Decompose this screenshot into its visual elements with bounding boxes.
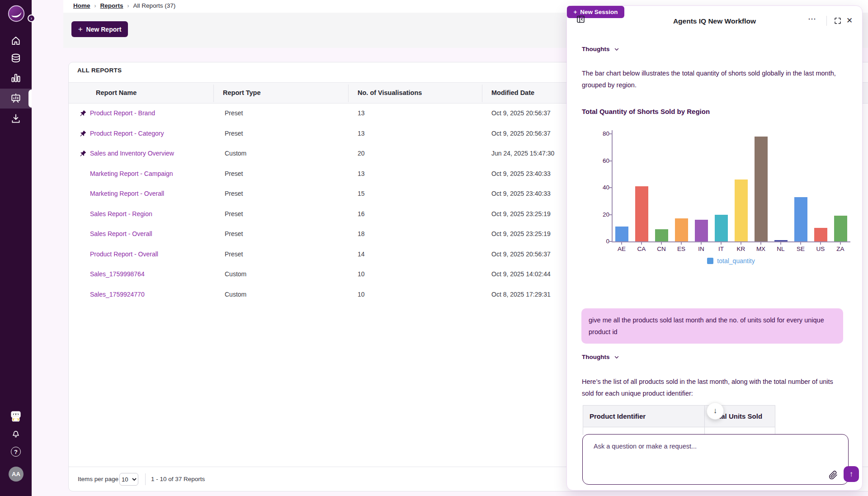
x-tick xyxy=(661,242,662,245)
report-visualisations-cell: 13 xyxy=(358,170,365,177)
x-tick xyxy=(681,242,682,245)
report-name-link[interactable]: Sales Report - Overall xyxy=(90,230,152,237)
report-modified-cell: Oct 9, 2025 20:56:37 xyxy=(491,130,551,137)
x-tick-label: AE xyxy=(612,246,632,252)
breadcrumb-reports-link[interactable]: Reports xyxy=(100,2,123,9)
report-visualisations-cell: 15 xyxy=(358,190,365,197)
agents-iq-panel: + New Session Agents IQ New Workflow ⋯ ✕… xyxy=(566,5,863,491)
breadcrumb-separator-icon: › xyxy=(94,3,96,9)
report-modified-cell: Oct 9, 2025 20:56:37 xyxy=(491,109,551,117)
x-tick xyxy=(701,242,702,245)
report-name-link[interactable]: Product Report - Category xyxy=(90,130,164,137)
report-visualisations-cell: 13 xyxy=(358,109,365,117)
home-icon xyxy=(10,35,22,47)
report-modified-cell: Oct 9, 2025 23:40:33 xyxy=(491,190,551,197)
items-per-page-label: Items per page xyxy=(78,476,118,482)
report-type-cell: Preset xyxy=(225,109,243,117)
report-name-link[interactable]: Marketing Report - Overall xyxy=(90,190,164,197)
y-tick-label: 40 xyxy=(594,184,609,191)
report-name-link[interactable]: Sales_1759924770 xyxy=(90,291,145,298)
x-tick-label: ZA xyxy=(830,246,850,252)
report-name-link[interactable]: Sales_1759998764 xyxy=(90,270,145,278)
report-type-cell: Custom xyxy=(225,150,246,157)
bar-IN xyxy=(695,220,708,241)
col-header-modified-date: Modified Date xyxy=(491,89,534,96)
more-options-button[interactable]: ⋯ xyxy=(808,14,816,24)
report-visualisations-cell: 10 xyxy=(358,270,365,278)
sidebar-item-reports[interactable] xyxy=(0,89,32,109)
sidebar-expand-button[interactable]: › xyxy=(28,14,35,22)
breadcrumb-home-link[interactable]: Home xyxy=(73,2,90,9)
legend-label: total_quantity xyxy=(717,257,755,265)
new-report-label: New Report xyxy=(86,26,122,33)
thoughts-label: Thoughts xyxy=(582,46,609,52)
col-header-visualisations: No. of Visualisations xyxy=(358,89,422,96)
report-name-link[interactable]: Sales Report - Region xyxy=(90,210,152,217)
send-message-button[interactable]: ↑ xyxy=(844,466,859,482)
panel-title: Agents IQ New Workflow xyxy=(567,17,862,25)
pin-icon xyxy=(80,150,86,159)
header-divider xyxy=(482,85,482,102)
sidebar-item-help[interactable]: ? xyxy=(11,447,21,457)
bar-KR xyxy=(735,180,748,241)
assistant-answer-text: Here’s the list of all products sold in … xyxy=(582,376,844,399)
x-tick-label: IN xyxy=(691,246,711,252)
scroll-to-bottom-button[interactable]: ↓ xyxy=(707,402,724,420)
pagination-divider xyxy=(145,473,146,485)
chat-input-box: ↑ xyxy=(582,434,849,485)
expand-panel-icon xyxy=(834,17,842,25)
sidebar-item-analytics[interactable] xyxy=(0,68,32,88)
assistant-robot-icon xyxy=(9,410,22,422)
reports-presentation-icon xyxy=(10,93,22,104)
plus-icon: + xyxy=(78,25,83,34)
expand-panel-button[interactable] xyxy=(834,17,842,26)
thoughts-toggle[interactable]: Thoughts xyxy=(582,46,619,52)
bar-chart-icon xyxy=(10,72,22,84)
report-name-link[interactable]: Marketing Report - Campaign xyxy=(90,170,173,177)
sidebar-item-notifications[interactable] xyxy=(0,423,32,443)
x-tick xyxy=(760,242,761,245)
report-visualisations-cell: 13 xyxy=(358,130,365,137)
close-panel-button[interactable]: ✕ xyxy=(846,16,853,25)
header-divider xyxy=(213,85,214,102)
database-icon xyxy=(10,53,22,65)
x-tick-label: CN xyxy=(651,246,671,252)
x-tick-label: CA xyxy=(632,246,651,252)
chat-input[interactable] xyxy=(594,443,811,477)
close-icon: ✕ xyxy=(846,16,853,25)
report-name-link[interactable]: Product Report - Brand xyxy=(90,109,155,117)
x-tick-label: US xyxy=(811,246,830,252)
sidebar-item-home[interactable] xyxy=(0,31,32,51)
section-title: ALL REPORTS xyxy=(77,67,122,74)
thoughts-toggle[interactable]: Thoughts xyxy=(582,354,619,360)
bar-SE xyxy=(794,197,807,241)
page-size-select[interactable]: 10 xyxy=(119,473,138,486)
attach-file-button[interactable] xyxy=(829,471,838,481)
report-name-link[interactable]: Sales and Inventory Overview xyxy=(90,150,174,157)
chevron-down-icon xyxy=(614,354,619,360)
x-tick xyxy=(800,242,801,245)
x-tick xyxy=(741,242,741,245)
user-avatar[interactable]: AA xyxy=(9,467,24,482)
col-header-report-type: Report Type xyxy=(223,89,261,96)
bar-MX xyxy=(755,137,768,241)
y-tick xyxy=(609,241,612,242)
report-visualisations-cell: 10 xyxy=(358,291,365,298)
report-modified-cell: Jun 24, 2025 15:47:30 xyxy=(491,150,554,157)
breadcrumb-separator-icon: › xyxy=(127,3,129,9)
legend-swatch xyxy=(707,258,713,264)
new-report-button[interactable]: + New Report xyxy=(71,21,128,37)
sidebar-item-downloads[interactable] xyxy=(0,109,32,128)
bell-icon xyxy=(10,428,21,439)
thoughts-label: Thoughts xyxy=(582,354,609,360)
x-tick xyxy=(780,242,781,245)
sidebar-item-data[interactable] xyxy=(0,49,32,69)
col-header-report-name: Report Name xyxy=(96,89,137,96)
user-message-bubble: give me all the products sold last month… xyxy=(581,308,843,344)
x-tick-label: ES xyxy=(671,246,691,252)
report-modified-cell: Oct 9, 2025 23:40:33 xyxy=(491,170,551,177)
report-name-link[interactable]: Product Report - Overall xyxy=(90,250,158,258)
avatar-initials: AA xyxy=(12,471,20,477)
report-visualisations-cell: 18 xyxy=(358,230,365,237)
report-type-cell: Preset xyxy=(225,130,243,137)
